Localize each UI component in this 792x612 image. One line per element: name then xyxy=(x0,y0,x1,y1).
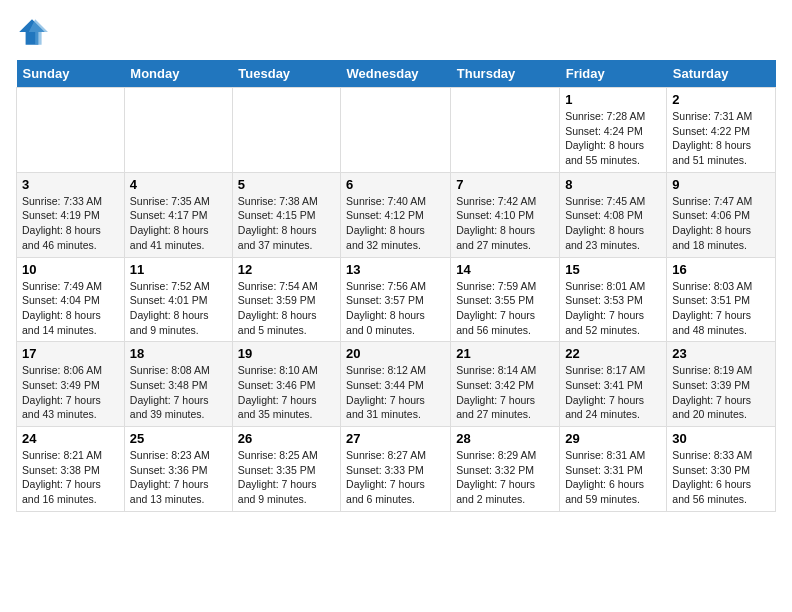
day-number: 24 xyxy=(22,431,119,446)
calendar-cell: 5Sunrise: 7:38 AMSunset: 4:15 PMDaylight… xyxy=(232,172,340,257)
calendar-cell xyxy=(451,88,560,173)
calendar-cell: 20Sunrise: 8:12 AMSunset: 3:44 PMDayligh… xyxy=(341,342,451,427)
day-number: 11 xyxy=(130,262,227,277)
calendar-cell: 3Sunrise: 7:33 AMSunset: 4:19 PMDaylight… xyxy=(17,172,125,257)
calendar-cell: 10Sunrise: 7:49 AMSunset: 4:04 PMDayligh… xyxy=(17,257,125,342)
day-info: Sunrise: 8:19 AMSunset: 3:39 PMDaylight:… xyxy=(672,363,770,422)
calendar-cell xyxy=(17,88,125,173)
day-number: 27 xyxy=(346,431,445,446)
calendar-cell: 1Sunrise: 7:28 AMSunset: 4:24 PMDaylight… xyxy=(560,88,667,173)
column-header-friday: Friday xyxy=(560,60,667,88)
calendar-cell xyxy=(232,88,340,173)
calendar-week-5: 24Sunrise: 8:21 AMSunset: 3:38 PMDayligh… xyxy=(17,427,776,512)
day-number: 9 xyxy=(672,177,770,192)
day-number: 23 xyxy=(672,346,770,361)
calendar-cell: 9Sunrise: 7:47 AMSunset: 4:06 PMDaylight… xyxy=(667,172,776,257)
day-number: 7 xyxy=(456,177,554,192)
day-number: 19 xyxy=(238,346,335,361)
day-number: 13 xyxy=(346,262,445,277)
day-info: Sunrise: 7:31 AMSunset: 4:22 PMDaylight:… xyxy=(672,109,770,168)
day-info: Sunrise: 8:06 AMSunset: 3:49 PMDaylight:… xyxy=(22,363,119,422)
day-info: Sunrise: 8:25 AMSunset: 3:35 PMDaylight:… xyxy=(238,448,335,507)
day-info: Sunrise: 8:08 AMSunset: 3:48 PMDaylight:… xyxy=(130,363,227,422)
calendar-cell: 11Sunrise: 7:52 AMSunset: 4:01 PMDayligh… xyxy=(124,257,232,342)
logo-icon xyxy=(16,16,48,48)
calendar-cell: 25Sunrise: 8:23 AMSunset: 3:36 PMDayligh… xyxy=(124,427,232,512)
calendar-cell: 4Sunrise: 7:35 AMSunset: 4:17 PMDaylight… xyxy=(124,172,232,257)
day-number: 5 xyxy=(238,177,335,192)
day-info: Sunrise: 8:17 AMSunset: 3:41 PMDaylight:… xyxy=(565,363,661,422)
day-number: 8 xyxy=(565,177,661,192)
column-header-monday: Monday xyxy=(124,60,232,88)
day-number: 18 xyxy=(130,346,227,361)
day-info: Sunrise: 8:23 AMSunset: 3:36 PMDaylight:… xyxy=(130,448,227,507)
day-info: Sunrise: 8:12 AMSunset: 3:44 PMDaylight:… xyxy=(346,363,445,422)
calendar-cell: 24Sunrise: 8:21 AMSunset: 3:38 PMDayligh… xyxy=(17,427,125,512)
day-number: 17 xyxy=(22,346,119,361)
day-info: Sunrise: 7:45 AMSunset: 4:08 PMDaylight:… xyxy=(565,194,661,253)
day-number: 14 xyxy=(456,262,554,277)
page-header xyxy=(16,16,776,48)
day-number: 29 xyxy=(565,431,661,446)
day-info: Sunrise: 7:47 AMSunset: 4:06 PMDaylight:… xyxy=(672,194,770,253)
day-number: 22 xyxy=(565,346,661,361)
calendar-cell: 28Sunrise: 8:29 AMSunset: 3:32 PMDayligh… xyxy=(451,427,560,512)
calendar-table: SundayMondayTuesdayWednesdayThursdayFrid… xyxy=(16,60,776,512)
day-number: 10 xyxy=(22,262,119,277)
day-info: Sunrise: 8:21 AMSunset: 3:38 PMDaylight:… xyxy=(22,448,119,507)
calendar-cell xyxy=(124,88,232,173)
calendar-cell: 21Sunrise: 8:14 AMSunset: 3:42 PMDayligh… xyxy=(451,342,560,427)
day-info: Sunrise: 7:42 AMSunset: 4:10 PMDaylight:… xyxy=(456,194,554,253)
calendar-cell: 14Sunrise: 7:59 AMSunset: 3:55 PMDayligh… xyxy=(451,257,560,342)
day-info: Sunrise: 8:14 AMSunset: 3:42 PMDaylight:… xyxy=(456,363,554,422)
calendar-cell: 6Sunrise: 7:40 AMSunset: 4:12 PMDaylight… xyxy=(341,172,451,257)
calendar-week-4: 17Sunrise: 8:06 AMSunset: 3:49 PMDayligh… xyxy=(17,342,776,427)
calendar-cell: 29Sunrise: 8:31 AMSunset: 3:31 PMDayligh… xyxy=(560,427,667,512)
day-info: Sunrise: 7:33 AMSunset: 4:19 PMDaylight:… xyxy=(22,194,119,253)
day-number: 1 xyxy=(565,92,661,107)
column-header-thursday: Thursday xyxy=(451,60,560,88)
calendar-week-3: 10Sunrise: 7:49 AMSunset: 4:04 PMDayligh… xyxy=(17,257,776,342)
day-info: Sunrise: 8:01 AMSunset: 3:53 PMDaylight:… xyxy=(565,279,661,338)
day-number: 26 xyxy=(238,431,335,446)
logo xyxy=(16,16,52,48)
day-info: Sunrise: 7:59 AMSunset: 3:55 PMDaylight:… xyxy=(456,279,554,338)
day-info: Sunrise: 7:49 AMSunset: 4:04 PMDaylight:… xyxy=(22,279,119,338)
calendar-cell: 23Sunrise: 8:19 AMSunset: 3:39 PMDayligh… xyxy=(667,342,776,427)
day-number: 30 xyxy=(672,431,770,446)
calendar-cell: 2Sunrise: 7:31 AMSunset: 4:22 PMDaylight… xyxy=(667,88,776,173)
calendar-cell: 19Sunrise: 8:10 AMSunset: 3:46 PMDayligh… xyxy=(232,342,340,427)
calendar-cell xyxy=(341,88,451,173)
day-info: Sunrise: 7:38 AMSunset: 4:15 PMDaylight:… xyxy=(238,194,335,253)
day-number: 6 xyxy=(346,177,445,192)
day-info: Sunrise: 7:40 AMSunset: 4:12 PMDaylight:… xyxy=(346,194,445,253)
day-info: Sunrise: 8:10 AMSunset: 3:46 PMDaylight:… xyxy=(238,363,335,422)
day-number: 15 xyxy=(565,262,661,277)
calendar-cell: 15Sunrise: 8:01 AMSunset: 3:53 PMDayligh… xyxy=(560,257,667,342)
calendar-cell: 8Sunrise: 7:45 AMSunset: 4:08 PMDaylight… xyxy=(560,172,667,257)
calendar-cell: 30Sunrise: 8:33 AMSunset: 3:30 PMDayligh… xyxy=(667,427,776,512)
calendar-week-2: 3Sunrise: 7:33 AMSunset: 4:19 PMDaylight… xyxy=(17,172,776,257)
day-number: 2 xyxy=(672,92,770,107)
day-number: 20 xyxy=(346,346,445,361)
day-info: Sunrise: 7:35 AMSunset: 4:17 PMDaylight:… xyxy=(130,194,227,253)
day-number: 3 xyxy=(22,177,119,192)
day-info: Sunrise: 8:31 AMSunset: 3:31 PMDaylight:… xyxy=(565,448,661,507)
calendar-cell: 17Sunrise: 8:06 AMSunset: 3:49 PMDayligh… xyxy=(17,342,125,427)
column-header-wednesday: Wednesday xyxy=(341,60,451,88)
calendar-cell: 22Sunrise: 8:17 AMSunset: 3:41 PMDayligh… xyxy=(560,342,667,427)
day-number: 16 xyxy=(672,262,770,277)
calendar-cell: 26Sunrise: 8:25 AMSunset: 3:35 PMDayligh… xyxy=(232,427,340,512)
calendar-cell: 7Sunrise: 7:42 AMSunset: 4:10 PMDaylight… xyxy=(451,172,560,257)
day-info: Sunrise: 8:27 AMSunset: 3:33 PMDaylight:… xyxy=(346,448,445,507)
day-number: 21 xyxy=(456,346,554,361)
day-info: Sunrise: 7:28 AMSunset: 4:24 PMDaylight:… xyxy=(565,109,661,168)
calendar-header-row: SundayMondayTuesdayWednesdayThursdayFrid… xyxy=(17,60,776,88)
column-header-tuesday: Tuesday xyxy=(232,60,340,88)
column-header-saturday: Saturday xyxy=(667,60,776,88)
day-info: Sunrise: 8:29 AMSunset: 3:32 PMDaylight:… xyxy=(456,448,554,507)
calendar-cell: 13Sunrise: 7:56 AMSunset: 3:57 PMDayligh… xyxy=(341,257,451,342)
column-header-sunday: Sunday xyxy=(17,60,125,88)
day-number: 4 xyxy=(130,177,227,192)
calendar-cell: 12Sunrise: 7:54 AMSunset: 3:59 PMDayligh… xyxy=(232,257,340,342)
